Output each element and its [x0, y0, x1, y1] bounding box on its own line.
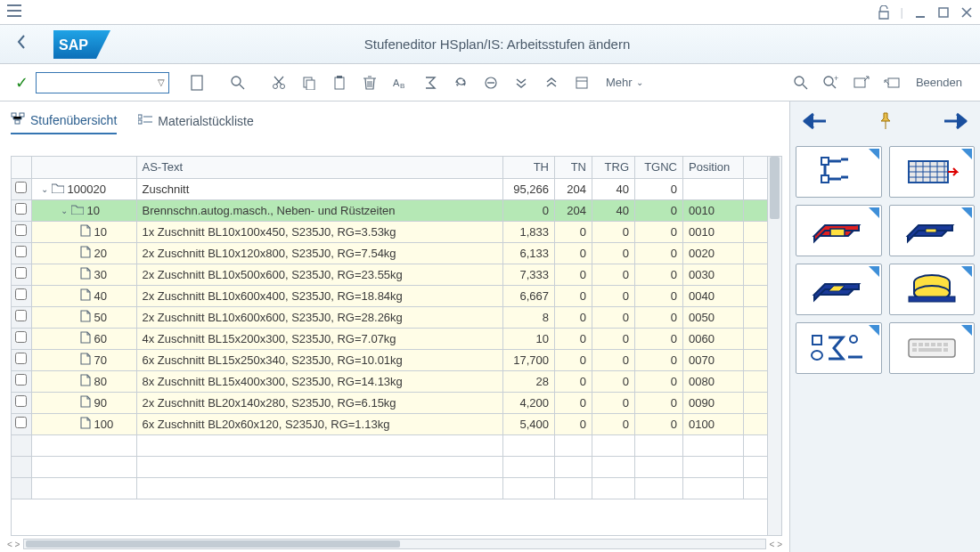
- row-checkbox[interactable]: [15, 288, 27, 300]
- row-checkbox[interactable]: [15, 417, 27, 428]
- copy-icon[interactable]: [296, 70, 323, 95]
- cell-text: 2x Zuschnitt BL20x140x280, S235J0, RG=6.…: [136, 392, 503, 413]
- cell-pos: 0030: [683, 264, 744, 285]
- new-window-icon[interactable]: [848, 70, 875, 95]
- horizontal-scrollbar[interactable]: [23, 539, 765, 549]
- delete-icon[interactable]: [356, 70, 383, 95]
- svg-rect-9: [337, 76, 342, 78]
- sum-icon[interactable]: [417, 70, 444, 95]
- tool-keyboard[interactable]: [889, 322, 976, 374]
- tab-overview[interactable]: Stufenübersicht: [11, 112, 117, 134]
- cell-pos: 0010: [683, 199, 744, 221]
- tool-tree[interactable]: [796, 146, 882, 198]
- col-th[interactable]: TH: [503, 157, 555, 178]
- row-checkbox[interactable]: [15, 203, 27, 215]
- search-icon[interactable]: [788, 70, 814, 95]
- cell-trg: 0: [592, 221, 635, 242]
- row-checkbox[interactable]: [15, 310, 27, 321]
- chevron-down-icon[interactable]: ⌄: [41, 184, 48, 194]
- table-row[interactable]: ⌄100020Zuschnitt95,266204400: [12, 178, 781, 199]
- tool-cylinder[interactable]: [889, 264, 976, 315]
- table-row-empty: [12, 456, 781, 477]
- row-checkbox[interactable]: [15, 395, 27, 407]
- cut-icon[interactable]: [265, 70, 292, 95]
- expand-down-icon[interactable]: [508, 70, 535, 95]
- cell-tn: 0: [555, 264, 592, 285]
- tab-bom[interactable]: Materialstückliste: [138, 112, 253, 134]
- search-plus-icon[interactable]: +: [818, 70, 845, 95]
- svg-rect-37: [919, 343, 923, 346]
- zoom-icon[interactable]: [225, 70, 251, 95]
- document-icon: [80, 331, 91, 346]
- tool-blue-block[interactable]: [889, 205, 976, 256]
- pin-icon[interactable]: [878, 112, 893, 134]
- collapse-icon[interactable]: [478, 70, 504, 95]
- col-tgnc[interactable]: TGNC: [635, 157, 683, 178]
- exit-window-icon[interactable]: [878, 70, 905, 95]
- collapse-up-icon[interactable]: [538, 70, 565, 95]
- svg-rect-43: [919, 348, 942, 352]
- table-row[interactable]: 604x Zuschnitt BL15x200x300, S235J0, RG=…: [12, 328, 781, 349]
- table-row[interactable]: 902x Zuschnitt BL20x140x280, S235J0, RG=…: [12, 392, 781, 413]
- minimize-icon[interactable]: [914, 6, 927, 19]
- chevron-down-icon[interactable]: ⌄: [61, 206, 68, 215]
- table-row[interactable]: 808x Zuschnitt BL15x400x300, S235J0, RG=…: [12, 370, 781, 392]
- refresh-icon[interactable]: [447, 70, 474, 95]
- lock-icon[interactable]: [878, 5, 890, 20]
- node-id: 10: [94, 225, 107, 239]
- nav-prev-icon[interactable]: [803, 110, 828, 135]
- cell-pos: 0010: [683, 221, 744, 242]
- col-position[interactable]: Position: [683, 157, 744, 178]
- row-checkbox[interactable]: [15, 267, 27, 279]
- svg-rect-27: [830, 229, 845, 236]
- row-checkbox[interactable]: [15, 246, 27, 257]
- svg-point-15: [824, 77, 833, 85]
- page-icon[interactable]: [184, 70, 210, 95]
- table-row[interactable]: ⌄10Brennschn.autog.masch., Neben- und Rü…: [12, 199, 781, 221]
- page-title: Stufeneditor HSplan/IS: Arbeitsstufen än…: [132, 37, 969, 52]
- table-row[interactable]: 202x Zuschnitt BL10x120x800, S235J0, RG=…: [12, 242, 781, 264]
- chevron-down-icon: ⌄: [636, 77, 643, 87]
- vertical-scrollbar[interactable]: [767, 157, 781, 535]
- cell-tn: 0: [555, 221, 592, 242]
- close-icon[interactable]: [960, 6, 973, 19]
- back-button[interactable]: [11, 34, 32, 54]
- row-checkbox[interactable]: [15, 374, 27, 386]
- paste-icon[interactable]: [326, 70, 353, 95]
- col-astext[interactable]: AS-Text: [136, 157, 503, 178]
- node-id: 20: [94, 247, 107, 260]
- nav-next-icon[interactable]: [943, 110, 968, 135]
- table-row[interactable]: 402x Zuschnitt BL10x600x400, S235J0, RG=…: [12, 285, 781, 306]
- row-checkbox[interactable]: [15, 182, 27, 193]
- row-checkbox[interactable]: [15, 224, 27, 236]
- node-id: 40: [94, 289, 107, 303]
- more-menu[interactable]: Mehr⌄: [599, 76, 650, 89]
- layout-icon[interactable]: [568, 70, 595, 95]
- tool-grid-view[interactable]: [889, 146, 976, 198]
- row-checkbox[interactable]: [15, 353, 27, 364]
- tool-blue-slot[interactable]: [796, 264, 882, 315]
- maximize-icon[interactable]: [937, 6, 950, 19]
- cell-tn: 204: [555, 199, 592, 221]
- node-id: 60: [94, 332, 107, 345]
- col-tn[interactable]: TN: [555, 157, 592, 178]
- menu-icon[interactable]: [7, 4, 21, 20]
- table-row[interactable]: 1006x Zuschnitt BL20x60x120, S235J0, RG=…: [12, 413, 781, 434]
- cell-th: 17,700: [503, 349, 555, 370]
- row-checkbox[interactable]: [15, 331, 27, 343]
- col-tree[interactable]: [31, 157, 136, 178]
- table-row[interactable]: 706x Zuschnitt BL15x250x340, S235J0, RG=…: [12, 349, 781, 370]
- tool-sigma[interactable]: [796, 322, 882, 374]
- scroll-right-icon[interactable]: < >: [770, 540, 782, 549]
- table-row[interactable]: 302x Zuschnitt BL10x500x600, S235J0, RG=…: [12, 264, 781, 285]
- col-select[interactable]: [12, 157, 31, 178]
- text-icon[interactable]: AB: [387, 70, 413, 95]
- command-combo[interactable]: ▽: [36, 72, 169, 93]
- tool-red-block[interactable]: [796, 205, 882, 256]
- table-row[interactable]: 101x Zuschnitt BL10x100x450, S235J0, RG=…: [12, 221, 781, 242]
- col-trg[interactable]: TRG: [592, 157, 635, 178]
- scroll-left-icon[interactable]: < >: [7, 540, 20, 549]
- exit-button[interactable]: Beenden: [909, 76, 969, 89]
- table-row[interactable]: 502x Zuschnitt BL10x600x600, S235J0, RG=…: [12, 306, 781, 328]
- accept-icon[interactable]: ✓: [11, 73, 32, 93]
